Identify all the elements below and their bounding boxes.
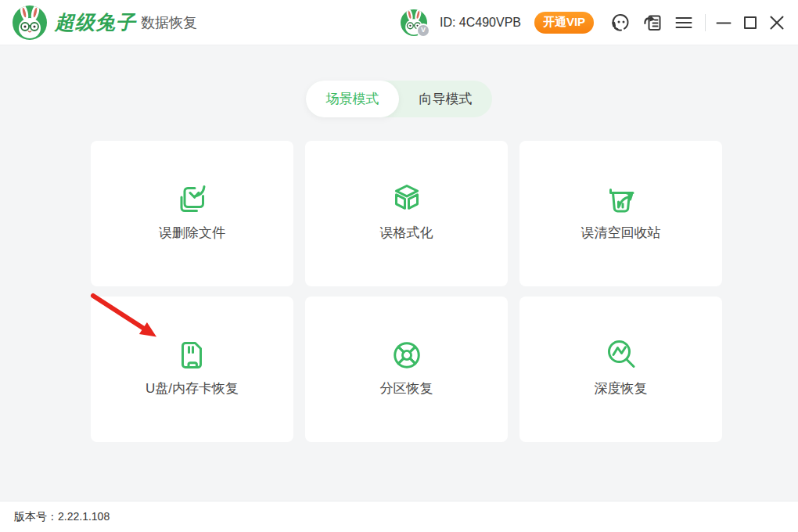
deep-scan-icon [602, 336, 640, 374]
usb-sd-card-icon [174, 336, 211, 374]
app-subtitle: 数据恢复 [141, 13, 197, 32]
feedback-icon[interactable] [641, 11, 664, 34]
card-format-recovery[interactable]: 误格式化 [305, 141, 508, 286]
maximize-button[interactable] [742, 14, 759, 31]
app-window: 超级兔子 数据恢复 [0, 0, 798, 532]
mode-tabs: 场景模式 向导模式 [306, 81, 492, 117]
minimize-button[interactable] [715, 14, 732, 31]
menu-icon[interactable] [672, 11, 696, 34]
user-id: ID: 4C490VPB [440, 16, 521, 30]
brand: 超级兔子 数据恢复 [13, 5, 197, 40]
card-label: 分区恢复 [380, 380, 433, 397]
cards-grid: 误删除文件 误格式化 误清空回收站 [91, 141, 723, 442]
undelete-file-icon [174, 181, 211, 218]
card-partition-recovery[interactable]: 分区恢复 [305, 297, 508, 442]
card-usb-sd-recovery[interactable]: U盘/内存卡恢复 [91, 297, 293, 442]
vip-level-badge: V [416, 23, 430, 38]
partition-icon [388, 336, 426, 374]
user-avatar[interactable]: V [401, 9, 427, 36]
card-deep-recovery[interactable]: 深度恢复 [519, 297, 722, 442]
titlebar-separator [705, 14, 706, 31]
card-label: U盘/内存卡恢复 [146, 380, 239, 397]
card-label: 误删除文件 [159, 225, 225, 242]
rabbit-logo-icon [13, 5, 47, 40]
close-button[interactable] [768, 14, 785, 31]
card-label: 误格式化 [380, 225, 433, 242]
card-label: 误清空回收站 [581, 225, 661, 242]
titlebar-right: V ID: 4C490VPB 开通VIP [401, 9, 785, 36]
app-title: 超级兔子 [55, 9, 136, 35]
status-bar: 版本号：2.22.1.108 [0, 501, 798, 532]
customer-service-icon[interactable] [609, 11, 633, 34]
card-recycle-bin-recovery[interactable]: 误清空回收站 [519, 141, 722, 286]
title-bar: 超级兔子 数据恢复 [0, 0, 798, 45]
maximize-icon [742, 14, 759, 31]
recycle-bin-restore-icon [602, 181, 640, 218]
open-vip-button[interactable]: 开通VIP [534, 12, 594, 34]
version-text: 版本号：2.22.1.108 [14, 510, 110, 524]
format-cube-icon [388, 181, 426, 218]
tab-wizard-mode[interactable]: 向导模式 [399, 81, 492, 117]
card-label: 深度恢复 [595, 380, 648, 397]
card-undelete-file[interactable]: 误删除文件 [91, 141, 293, 286]
tab-scene-mode[interactable]: 场景模式 [306, 81, 399, 117]
minimize-icon [715, 14, 732, 31]
close-icon [768, 14, 785, 31]
